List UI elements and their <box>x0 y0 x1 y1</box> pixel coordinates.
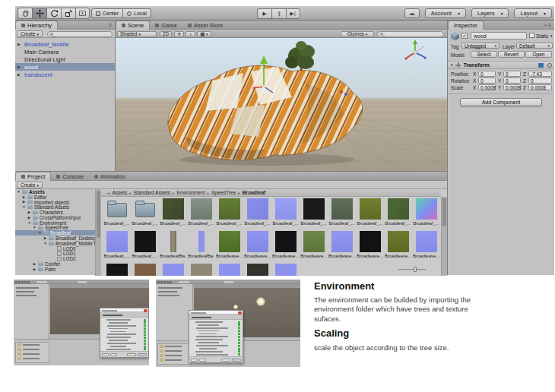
panel-menu-icon[interactable]: ≡ <box>109 23 112 27</box>
layers-dropdown[interactable]: Layers <box>471 8 509 18</box>
asset-item[interactable]: Broadleaf_... <box>300 198 328 226</box>
pause-button[interactable]: ∥ <box>271 8 286 19</box>
step-button[interactable]: ▶∣ <box>286 8 300 19</box>
asset-item[interactable]: Broadleaf_... <box>103 198 131 226</box>
breadcrumb-item[interactable]: SpeedTree <box>205 190 236 195</box>
assets-scrollbar[interactable] <box>441 197 447 276</box>
panel-menu-icon[interactable]: ≡ <box>548 23 551 27</box>
z-value-field[interactable]: 0.0008 <box>528 84 552 90</box>
audio-toggle-button[interactable]: ♪ <box>186 31 195 37</box>
foldout-icon[interactable] <box>43 242 47 245</box>
asset-item[interactable]: Broadleave... <box>328 231 356 258</box>
y-value-field[interactable]: 0 <box>503 71 521 77</box>
foldout-icon[interactable] <box>27 221 31 225</box>
asset-item[interactable]: Broadleaf_... <box>356 198 384 226</box>
asset-item[interactable]: Broadleaf_... <box>103 231 131 258</box>
persp-label[interactable]: < Persp <box>401 68 418 74</box>
x-value-field[interactable]: 0 <box>478 71 496 77</box>
account-dropdown[interactable]: Account <box>425 8 466 18</box>
asset-item[interactable]: Broadleaf_... <box>412 198 440 226</box>
tab-hierarchy[interactable]: Hierarchy <box>15 21 58 30</box>
transform-component-header[interactable]: ▼ Transform <box>448 61 554 69</box>
tab-scene[interactable]: Scene <box>116 21 150 30</box>
pan-tool-button[interactable] <box>17 8 32 19</box>
model-open-button[interactable]: Open <box>525 51 552 58</box>
effects-dropdown[interactable]: ▦ <box>197 31 211 37</box>
project-tree-item[interactable]: Palm <box>15 267 95 272</box>
tab-asset-store[interactable]: Asset Store <box>182 21 229 30</box>
foldout-icon[interactable] <box>27 216 31 220</box>
foldout-icon[interactable] <box>38 231 42 235</box>
asset-item[interactable]: Broadleave... <box>412 231 440 258</box>
foldout-icon[interactable]: ▶ <box>17 72 21 77</box>
asset-item[interactable]: BroadleafBa... <box>187 231 215 258</box>
asset-item[interactable] <box>271 264 300 276</box>
asset-item[interactable]: Broadleaf_... <box>243 198 271 226</box>
asset-item[interactable]: Broadleave... <box>215 231 243 258</box>
asset-item[interactable]: Broadleaf_... <box>131 231 159 258</box>
foldout-icon[interactable] <box>22 200 26 204</box>
asset-item[interactable]: Broadleaf_... <box>187 198 215 226</box>
tab-animation[interactable]: Animation <box>89 172 131 181</box>
model-revert-button[interactable]: Revert <box>498 51 525 58</box>
thumbnail-size-slider[interactable] <box>398 266 430 272</box>
breadcrumb-item[interactable]: Assets <box>106 190 127 195</box>
active-checkbox[interactable]: ✓ <box>461 33 468 39</box>
project-tree-item[interactable]: Broadleaf_Mobile M <box>15 241 95 246</box>
foldout-icon[interactable] <box>33 262 36 266</box>
foldout-icon[interactable]: ▶ <box>17 65 21 69</box>
hierarchy-search-input[interactable] <box>47 31 113 37</box>
scene-search-input[interactable] <box>377 31 444 37</box>
asset-item[interactable]: Broadleave... <box>384 231 412 258</box>
rect-tool-button[interactable] <box>75 8 90 19</box>
asset-item[interactable] <box>187 264 215 276</box>
asset-item[interactable] <box>103 264 131 276</box>
2d-toggle-button[interactable]: 2D <box>160 31 172 37</box>
static-dropdown-icon[interactable]: ▾ <box>550 33 553 38</box>
project-tree-item[interactable]: LOD0 <box>15 246 95 251</box>
hierarchy-item[interactable]: ▶ Main Camera <box>15 48 115 55</box>
hierarchy-create-button[interactable]: Create <box>17 30 43 37</box>
asset-item[interactable]: Broadleaf_... <box>271 198 300 226</box>
asset-item[interactable] <box>159 264 187 276</box>
x-value-field[interactable]: 0 <box>478 77 496 84</box>
asset-item[interactable]: Broadleaf_... <box>159 198 187 226</box>
scene-viewport[interactable]: < Persp <box>116 38 447 171</box>
asset-item[interactable]: Broadleaf_... <box>215 198 243 226</box>
z-value-field[interactable]: 0 <box>528 77 552 84</box>
tag-dropdown[interactable]: Untagged <box>461 43 500 49</box>
asset-item[interactable]: Broadleaf_... <box>131 198 159 226</box>
asset-item[interactable]: Broadleave... <box>300 231 328 258</box>
y-value-field[interactable]: 0.0008 <box>503 84 521 90</box>
foldout-icon[interactable] <box>17 190 21 194</box>
asset-item[interactable] <box>243 264 271 276</box>
asset-item[interactable]: BroadleafBa... <box>159 231 187 258</box>
foldout-icon[interactable] <box>22 195 26 199</box>
tab-console[interactable]: Console <box>51 172 89 181</box>
foldout-icon[interactable]: ▶ <box>17 42 21 46</box>
scale-tool-button[interactable] <box>61 8 75 19</box>
asset-item[interactable]: Broadleaf_... <box>328 198 356 226</box>
tree-scrollbar[interactable] <box>95 189 101 276</box>
space-toggle-button[interactable]: Local <box>123 8 151 18</box>
project-tree-item[interactable]: LOD1 <box>15 251 95 257</box>
hierarchy-item[interactable]: ▶ Broadleaf_Mobile <box>15 40 115 48</box>
pivot-toggle-button[interactable]: Center <box>91 8 123 18</box>
foldout-icon[interactable]: ▼ <box>450 63 453 67</box>
z-value-field[interactable]: -7.43 <box>528 71 552 77</box>
cloud-services-button[interactable]: ☁ <box>404 8 420 18</box>
shading-mode-dropdown[interactable]: Shaded <box>117 31 157 37</box>
tab-inspector[interactable]: Inspector <box>448 21 484 30</box>
foldout-icon[interactable] <box>22 205 26 209</box>
help-book-icon[interactable] <box>538 63 544 68</box>
lock-icon[interactable]: ▪ <box>544 23 546 27</box>
asset-item[interactable]: Broadleave... <box>243 231 271 258</box>
foldout-icon[interactable] <box>33 226 36 229</box>
rotate-tool-button[interactable] <box>46 8 61 19</box>
move-tool-button[interactable] <box>32 8 46 19</box>
tab-project[interactable]: Project <box>15 172 51 181</box>
hierarchy-item[interactable]: ▶ wood <box>15 63 115 71</box>
asset-item[interactable] <box>215 264 243 276</box>
tab-game[interactable]: Game <box>150 21 182 30</box>
gear-icon[interactable] <box>547 63 552 68</box>
